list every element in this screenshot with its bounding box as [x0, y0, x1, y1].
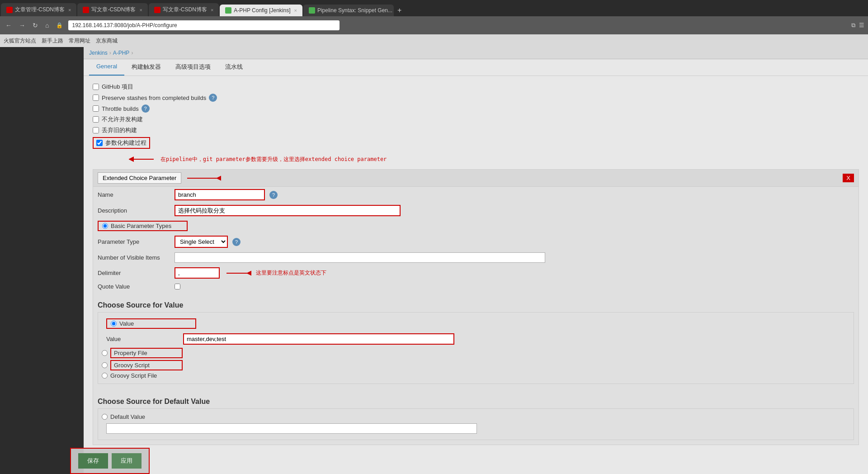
tab-favicon-3 — [154, 7, 160, 13]
parametrize-checkbox[interactable] — [96, 140, 103, 146]
preserve-checkbox[interactable] — [93, 95, 99, 101]
menu-icon[interactable]: ☰ — [859, 22, 864, 29]
forward-button[interactable]: → — [17, 21, 27, 30]
num-visible-label: Number of Visible Items — [98, 254, 170, 261]
save-button[interactable]: 保存 — [78, 453, 108, 469]
preserve-help[interactable]: ? — [209, 94, 217, 102]
apply-button[interactable]: 应用 — [112, 453, 142, 469]
delimiter-input[interactable] — [175, 267, 220, 279]
bookmarks-bar: 火狐官方站点 新手上路 常用网址 京东商城 — [0, 34, 868, 47]
default-value-input-row — [102, 421, 850, 436]
tab-4[interactable]: A-PHP Config [Jenkins] × — [220, 5, 302, 16]
value-radio[interactable] — [111, 321, 117, 327]
tab-5[interactable]: Pipeline Syntax: Snippet Gen... × — [303, 5, 394, 16]
breadcrumb-jenkins[interactable]: Jenkins — [89, 50, 108, 56]
address-input[interactable] — [68, 20, 340, 30]
throttle-checkbox[interactable] — [93, 105, 99, 112]
name-input[interactable] — [175, 189, 265, 200]
tab-3-close[interactable]: × — [211, 7, 213, 13]
groovy-script-radio[interactable] — [102, 362, 108, 368]
bookmark-4[interactable]: 京东商城 — [96, 37, 118, 45]
browser-chrome: 文章管理-CSDN博客 × 写文章-CSDN博客 × 写文章-CSDN博客 × … — [0, 0, 868, 47]
tab-3[interactable]: 写文章-CSDN博客 × — [149, 3, 219, 16]
quote-value-label: Quote Value — [98, 283, 170, 290]
param-type-label: Parameter Type — [98, 238, 170, 245]
default-value-radio[interactable] — [102, 414, 108, 420]
delimiter-arrow-svg — [224, 269, 251, 278]
param-panel-title-btn[interactable]: Extended Choice Parameter — [98, 172, 181, 184]
discard-label: 丢弃旧的构建 — [102, 126, 137, 134]
basic-param-types-label: Basic Parameter Types — [111, 223, 183, 229]
param-type-select[interactable]: Single Select Multi Select Radio Buttons… — [175, 236, 228, 248]
bookmark-2[interactable]: 新手上路 — [42, 37, 63, 45]
bookmark-3[interactable]: 常用网址 — [69, 37, 90, 45]
bottom-btn-area: 保存 应用 — [70, 448, 150, 474]
main-layout: Jenkins › A-PHP › General 构建触发器 高级项目选项 流… — [0, 47, 868, 474]
cb-github: GitHub 项目 — [93, 81, 859, 92]
quote-value-row: Quote Value — [93, 281, 859, 292]
name-label: Name — [98, 191, 170, 198]
github-label: GitHub 项目 — [102, 83, 133, 91]
new-tab-button[interactable]: + — [394, 5, 405, 16]
refresh-button[interactable]: ↻ — [31, 21, 40, 30]
choose-source-default-section: Choose Source for Default Value Default … — [93, 389, 859, 445]
throttle-help[interactable]: ? — [142, 104, 150, 113]
delimiter-annotation: 这里要注意标点是英文状态下 — [256, 269, 326, 277]
groovy-script-row: Groovy Script — [102, 359, 850, 371]
tab-2-label: 写文章-CSDN博客 — [91, 6, 136, 14]
quote-value-checkbox[interactable] — [175, 284, 180, 289]
param-panel-header: Extended Choice Parameter X — [93, 170, 859, 187]
choose-source-inner: Value Value Property File — [98, 312, 854, 384]
tab-bar: 文章管理-CSDN博客 × 写文章-CSDN博客 × 写文章-CSDN博客 × … — [0, 0, 868, 16]
tab-2[interactable]: 写文章-CSDN博客 × — [77, 3, 147, 16]
home-button[interactable]: ⌂ — [43, 21, 51, 30]
delimiter-label: Delimiter — [98, 270, 170, 276]
param-panel: Extended Choice Parameter X Name — [93, 169, 859, 445]
preserve-label: Preserve stashes from completed builds — [102, 95, 206, 101]
tab-advanced[interactable]: 高级项目选项 — [168, 59, 218, 76]
concurrent-checkbox[interactable] — [93, 116, 99, 123]
bookmark-1[interactable]: 火狐官方站点 — [4, 37, 36, 45]
choose-source-value-header: Choose Source for Value — [98, 297, 854, 312]
sidebar — [0, 47, 84, 474]
basic-param-types-row: Basic Parameter Types — [93, 218, 859, 233]
breadcrumb: Jenkins › A-PHP › — [84, 47, 868, 59]
property-file-radio[interactable] — [102, 350, 108, 356]
tab-build-triggers[interactable]: 构建触发器 — [124, 59, 168, 76]
annotation-text: 在pipeline中，git parameter参数需要升级，这里选择exten… — [160, 156, 387, 163]
content-area: Jenkins › A-PHP › General 构建触发器 高级项目选项 流… — [84, 47, 868, 474]
address-bar: ← → ↻ ⌂ 🔒 ⧉ ☰ — [0, 16, 868, 34]
tab-4-close[interactable]: × — [294, 8, 297, 13]
default-value-label: Default Value — [110, 413, 183, 420]
breadcrumb-aphp[interactable]: A-PHP — [113, 50, 130, 56]
basic-param-types-radio[interactable] — [102, 223, 108, 229]
tab-favicon-5 — [309, 7, 315, 14]
groovy-script-file-label: Groovy Script File — [110, 372, 183, 379]
discard-checkbox[interactable] — [93, 127, 99, 133]
form-content: GitHub 项目 Preserve stashes from complete… — [84, 76, 868, 474]
tab-general[interactable]: General — [89, 59, 124, 76]
tab-pipeline[interactable]: 流水线 — [218, 59, 250, 76]
back-button[interactable]: ← — [4, 21, 14, 30]
desc-input[interactable] — [175, 205, 401, 216]
choose-source-value-section: Choose Source for Value Value Value — [93, 292, 859, 389]
extensions-icon[interactable]: ⧉ — [851, 22, 855, 29]
github-checkbox[interactable] — [93, 84, 99, 90]
groovy-script-file-radio[interactable] — [102, 373, 108, 379]
tab-5-label: Pipeline Syntax: Snippet Gen... — [317, 7, 392, 14]
tab-1-close[interactable]: × — [68, 7, 71, 13]
desc-label: Description — [98, 207, 170, 214]
param-panel-close[interactable]: X — [843, 174, 854, 182]
name-help[interactable]: ? — [269, 191, 278, 199]
param-type-help[interactable]: ? — [232, 238, 241, 246]
default-value-input[interactable] — [106, 423, 477, 434]
toolbar-icons: ⧉ ☰ — [851, 22, 864, 29]
tab-favicon-2 — [83, 7, 89, 13]
concurrent-label: 不允许并发构建 — [102, 115, 143, 123]
tab-3-label: 写文章-CSDN博客 — [163, 6, 207, 14]
property-file-label: Property File — [110, 348, 183, 358]
num-visible-input[interactable] — [175, 252, 545, 263]
tab-1[interactable]: 文章管理-CSDN博客 × — [1, 3, 76, 16]
tab-2-close[interactable]: × — [139, 7, 142, 13]
value-input[interactable] — [183, 333, 454, 345]
